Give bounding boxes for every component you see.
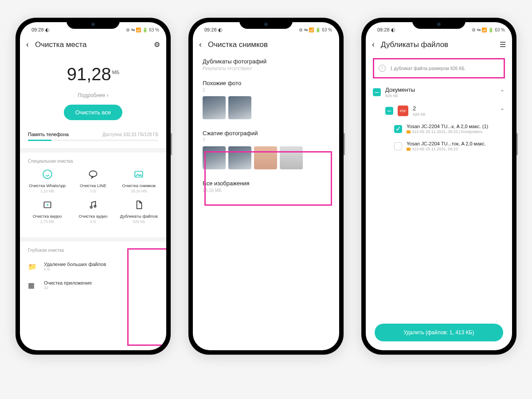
section-duplicates[interactable]: Дубликаты фотографий xyxy=(193,58,339,65)
page-title: Дубликаты файлов xyxy=(381,40,493,49)
similar-thumbs xyxy=(193,93,339,125)
thumb[interactable] xyxy=(280,146,303,169)
statusbar: 09:28 ◐ ⚙ ⇆ 📶 🔋 63 % xyxy=(20,24,166,35)
status-icons: ⚙ ⇆ 📶 🔋 63 % xyxy=(126,27,159,32)
storage-available: Доступна 102,01 ГБ/128 ГБ xyxy=(102,132,158,137)
back-icon[interactable]: ‹ xyxy=(372,40,375,49)
thumb[interactable] xyxy=(228,146,251,169)
svg-point-1 xyxy=(89,171,97,176)
info-icon: ! xyxy=(379,65,386,72)
video-cleanup[interactable]: Очистка видео2,73 МБ xyxy=(24,199,70,224)
filter-icon[interactable]: ☰ xyxy=(500,40,506,49)
checkbox-unchecked[interactable] xyxy=(394,142,402,150)
folder-icon: 📁 xyxy=(28,262,38,271)
audio-cleanup[interactable]: Очистка аудио0 Б xyxy=(70,199,116,224)
back-icon[interactable]: ‹ xyxy=(26,40,29,49)
storage-size: 91,28МБ xyxy=(20,64,166,84)
storage-bar xyxy=(28,140,158,141)
section-compress[interactable]: Сжатие фотографий xyxy=(193,130,339,137)
special-cleanup-label: Специальная очистка xyxy=(20,153,166,168)
file-icon xyxy=(133,199,145,211)
section-similar[interactable]: Похожие фото xyxy=(193,80,339,86)
phone-frame-2: 09:28 ◐ ⚙ ⇆ 📶 🔋 63 % ‹ Очистка снимков Д… xyxy=(188,18,344,355)
image-icon xyxy=(133,168,145,180)
clean-all-button[interactable]: Очистить все xyxy=(64,105,123,120)
checkbox-mixed[interactable]: – xyxy=(373,88,381,96)
whatsapp-cleanup[interactable]: Очистка WhatsApp1,10 МБ xyxy=(24,168,70,193)
pdf-icon: PDF xyxy=(398,106,408,116)
whatsapp-icon xyxy=(41,168,54,180)
duplicates-cleanup[interactable]: Дубликаты файлов826 КБ xyxy=(116,199,162,224)
checkbox-mixed[interactable]: – xyxy=(385,107,393,115)
storage-label: Память телефона xyxy=(28,132,69,137)
apps-icon: ▦ xyxy=(28,281,38,289)
video-icon xyxy=(41,199,54,211)
more-link[interactable]: Подробнее › xyxy=(20,92,166,98)
line-icon xyxy=(87,168,99,180)
svg-point-5 xyxy=(94,205,96,207)
thumb[interactable] xyxy=(203,146,226,169)
compress-thumbs xyxy=(193,143,339,175)
statusbar: 09:28 ◐ ⚙ ⇆ 📶 🔋 63 % xyxy=(193,24,339,35)
thumb[interactable] xyxy=(203,96,226,119)
chevron-up-icon[interactable]: ⌃ xyxy=(500,107,505,114)
power-button xyxy=(171,133,172,155)
deep-cleanup-label: Глубокая очистка xyxy=(20,242,166,257)
thumb[interactable] xyxy=(228,96,251,119)
phone-frame-3: 09:28 ◐ ⚙ ⇆ 📶 🔋 63 % ‹ Дубликаты файлов … xyxy=(361,18,516,355)
delete-button[interactable]: Удалить (файлов: 1, 413 КБ) xyxy=(375,324,503,341)
info-banner: ! 1 дубликат файла размером 826 КБ. xyxy=(373,58,505,78)
back-icon[interactable]: ‹ xyxy=(199,40,202,49)
power-button xyxy=(516,133,518,155)
audio-icon xyxy=(87,199,99,211)
chevron-up-icon[interactable]: ⌃ xyxy=(500,89,505,96)
power-button xyxy=(344,133,345,155)
thumb[interactable] xyxy=(254,146,277,169)
checkbox-checked[interactable]: ✓ xyxy=(394,125,402,133)
subgroup-pdf[interactable]: – PDF 2826 КБ ⌃ xyxy=(373,102,505,120)
section-all[interactable]: Все изображения xyxy=(193,180,339,187)
app-cleanup-row[interactable]: ▦ Очистка приложения32 xyxy=(20,276,166,294)
statusbar: 09:28 ◐ ⚙ ⇆ 📶 🔋 63 % xyxy=(366,24,512,35)
svg-point-0 xyxy=(43,170,52,179)
page-title: Очистка снимков xyxy=(208,40,333,49)
phone-frame-1: 09:28 ◐ ⚙ ⇆ 📶 🔋 63 % ‹ Очистка места ⚙ 9… xyxy=(16,18,171,355)
settings-icon[interactable]: ⚙ xyxy=(154,40,160,49)
file-row[interactable]: Yosan JC-2204 TU...ток, A 2,0 макс.413 К… xyxy=(373,137,505,155)
svg-point-4 xyxy=(90,206,92,208)
file-row[interactable]: ✓ Yosan JC-2204 TU...к, A 2,0 макс. (1)4… xyxy=(373,120,505,137)
page-title: Очистка места xyxy=(35,40,148,49)
group-documents[interactable]: – Документы826 КБ ⌃ xyxy=(373,83,505,102)
images-cleanup[interactable]: Очистка снимков28,16 МБ xyxy=(116,168,162,193)
line-cleanup[interactable]: Очистка LINE0 Б xyxy=(70,168,116,193)
large-files-row[interactable]: 📁 Удаление больших файлов0 Б xyxy=(20,257,166,276)
